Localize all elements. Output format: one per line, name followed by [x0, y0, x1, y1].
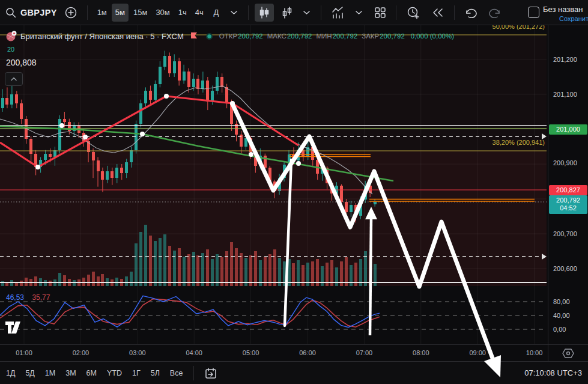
- range-button-5Л[interactable]: 5Л: [151, 369, 160, 377]
- time-axis-label: 10:00: [526, 349, 543, 356]
- search-icon[interactable]: [5, 7, 17, 19]
- layout-title[interactable]: Без назван: [543, 5, 583, 14]
- interval-group: 1м5м15м30м1ч4чД: [94, 4, 224, 22]
- clock-utc[interactable]: 07:10:08 UTC+3: [524, 368, 582, 377]
- range-button-1Г[interactable]: 1Г: [132, 369, 141, 377]
- symbol-name[interactable]: GBPJPY: [20, 8, 57, 17]
- time-axis-label: 02:00: [73, 349, 89, 356]
- ohlc-item: МИН200,792: [316, 32, 357, 40]
- ohlc-item: ЗАКР200,792: [362, 32, 405, 40]
- range-button-5Д[interactable]: 5Д: [25, 369, 34, 377]
- range-button-Все[interactable]: Все: [170, 369, 183, 377]
- chart-type-candles-icon[interactable]: [255, 4, 274, 22]
- ohlc-item: ОТКР200,792: [219, 32, 263, 40]
- interval-button-5м[interactable]: 5м: [112, 4, 129, 22]
- time-axis[interactable]: 01:0002:0003:0004:0005:0006:0007:0008:00…: [0, 344, 588, 361]
- stoch-axis-label: 40,00: [553, 312, 570, 319]
- time-axis-label: 01:00: [16, 349, 32, 356]
- price-badge: 201,000: [549, 124, 587, 135]
- tradingview-app: GBPJPY 1м5м15м30м1ч4чД: [0, 0, 588, 384]
- range-button-1Д[interactable]: 1Д: [6, 369, 15, 377]
- bottom-toolbar: 1Д5Д1М3М6МYTD1Г5ЛВсе 07:10:08 UTC+3: [0, 361, 588, 384]
- save-button[interactable]: Сохранить: [559, 15, 588, 22]
- ma-value-label: 200,808: [6, 58, 37, 67]
- time-axis-label: 05:00: [243, 349, 259, 356]
- stoch-d-value: 35,77: [32, 293, 50, 302]
- price-axis-label: 200,700: [553, 230, 577, 237]
- undo-icon[interactable]: [461, 4, 481, 22]
- interval-button-15м[interactable]: 15м: [130, 4, 151, 22]
- ohlc-row: ОТКР200,792МАКС200,792МИН200,792ЗАКР200,…: [219, 32, 405, 40]
- price-axis-label: 201,100: [553, 91, 577, 98]
- price-axis-label: 200,900: [553, 159, 577, 166]
- alert-add-icon[interactable]: [402, 4, 424, 22]
- price-badge: 200,79204:52: [549, 195, 587, 214]
- range-button-3М[interactable]: 3М: [65, 369, 76, 377]
- interval-button-4ч[interactable]: 4ч: [192, 4, 207, 22]
- time-axis-label: 09:00: [469, 349, 486, 356]
- time-axis-label: 04:00: [186, 349, 202, 356]
- axis-settings-corner[interactable]: [548, 345, 588, 362]
- redo-icon[interactable]: [485, 4, 505, 22]
- interval-button-30м[interactable]: 30м: [152, 4, 173, 22]
- tradingview-logo[interactable]: [5, 320, 26, 337]
- layout-grid-icon[interactable]: [371, 4, 390, 22]
- indicators-icon[interactable]: [327, 4, 349, 22]
- interval-chevron-icon[interactable]: [226, 4, 242, 22]
- chart-type-chevron-icon[interactable]: [299, 4, 315, 22]
- top-toolbar: GBPJPY 1м5м15м30м1ч4чД: [0, 0, 588, 25]
- stoch-k-value: 46,53: [6, 293, 24, 302]
- price-chart[interactable]: [0, 0, 588, 384]
- layout-checkbox[interactable]: [528, 7, 539, 18]
- indicators-chevron-icon[interactable]: [351, 4, 367, 22]
- change-value: 0,000 (0,00%): [411, 32, 454, 40]
- compare-add-icon[interactable]: [61, 4, 81, 22]
- ma-period-label[interactable]: 20: [7, 46, 14, 53]
- price-axis[interactable]: 201,200201,100200,900200,700200,600201,0…: [548, 25, 588, 344]
- price-axis-label: 201,200: [553, 56, 577, 63]
- legend-title[interactable]: Британский фунт / Японская иена · 5 · FX…: [20, 32, 184, 41]
- price-badge: 200,827: [549, 185, 587, 195]
- interval-button-Д[interactable]: Д: [208, 4, 224, 22]
- ohlc-item: МАКС200,792: [267, 32, 312, 40]
- stoch-axis-label: 80,00: [553, 298, 570, 305]
- symbol-legend[interactable]: Британский фунт / Японская иена · 5 · FX…: [6, 31, 454, 41]
- pair-flag-icon: [6, 31, 17, 41]
- status-dot-icon: [205, 32, 213, 40]
- chart-type-hollow-icon[interactable]: [277, 4, 297, 22]
- price-axis-label: 200,600: [553, 265, 577, 272]
- stoch-axis-label: 0,00: [553, 326, 566, 333]
- fib-382-label[interactable]: 38,20% (200,941): [493, 139, 545, 146]
- time-axis-label: 06:00: [299, 349, 316, 356]
- interval-button-1ч[interactable]: 1ч: [175, 4, 190, 22]
- time-axis-label: 03:00: [129, 349, 146, 356]
- layout-save-area: Без назван Сохранить: [528, 0, 588, 25]
- replay-icon[interactable]: [428, 4, 448, 22]
- range-button-YTD[interactable]: YTD: [107, 369, 122, 377]
- time-axis-label: 07:00: [356, 349, 373, 356]
- interval-button-1м[interactable]: 1м: [94, 4, 111, 22]
- flag-icon[interactable]: [190, 32, 198, 40]
- range-group: 1Д5Д1М3М6МYTD1Г5ЛВсе: [6, 369, 183, 377]
- range-button-1М[interactable]: 1М: [45, 369, 55, 377]
- collapse-legend-button[interactable]: [5, 72, 23, 86]
- range-button-6М[interactable]: 6М: [86, 369, 97, 377]
- goto-date-icon[interactable]: [205, 367, 217, 379]
- stochastic-legend[interactable]: 46,53 35,77: [6, 293, 50, 302]
- time-axis-label: 08:00: [413, 349, 429, 356]
